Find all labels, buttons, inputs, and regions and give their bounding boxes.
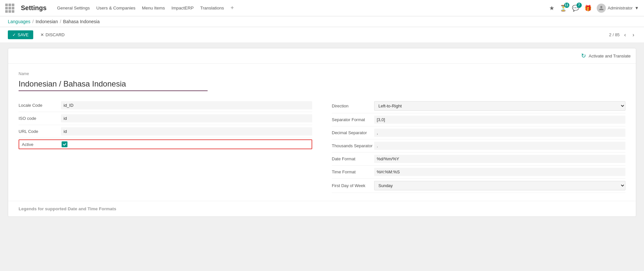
form-grid: Locale Code ISO code URL Code <box>19 99 625 193</box>
user-name: Administrator <box>608 6 633 10</box>
breadcrumb-indonesian: Indonesian <box>36 19 58 24</box>
discard-button[interactable]: ✕ DISCARD <box>36 30 69 39</box>
name-field-group: Name <box>19 72 625 99</box>
decimal-separator-input[interactable] <box>374 129 625 137</box>
time-format-label: Time Format <box>332 169 374 174</box>
add-nav-icon[interactable]: + <box>230 5 234 11</box>
first-day-of-week-row: First Day of Week Sunday Monday Tuesday … <box>332 179 625 193</box>
user-menu[interactable]: Administrator ▼ <box>597 4 639 13</box>
user-avatar <box>597 4 606 13</box>
x-icon: ✕ <box>40 32 44 37</box>
breadcrumb: Languages / Indonesian / Bahasa Indonesi… <box>0 16 644 27</box>
locale-code-input[interactable] <box>61 101 312 109</box>
first-day-of-week-label: First Day of Week <box>332 183 374 188</box>
url-code-input[interactable] <box>61 127 312 136</box>
nav-menu-items[interactable]: Menu Items <box>142 6 165 10</box>
timer-icon-button[interactable]: ⏳ 11 <box>560 5 567 12</box>
locale-code-row: Locale Code <box>19 99 312 112</box>
save-button[interactable]: ✓ SAVE <box>8 30 33 39</box>
nav-users-companies[interactable]: Users & Companies <box>96 6 135 10</box>
pagination-next[interactable]: › <box>631 31 636 39</box>
main-content: ↻ Activate and Translate Name Locale Cod… <box>0 43 644 222</box>
iso-code-row: ISO code <box>19 112 312 125</box>
messages-icon-button[interactable]: 💬 7 <box>572 5 579 12</box>
thousands-separator-row: Thousands Separator <box>332 139 625 152</box>
topnav-right: ★ ⏳ 11 💬 7 🎁 Administrator ▼ <box>549 4 639 13</box>
date-format-input[interactable] <box>374 155 625 163</box>
time-format-input[interactable] <box>374 168 625 176</box>
date-format-row: Date Format <box>332 152 625 166</box>
left-column: Locale Code ISO code URL Code <box>19 99 312 193</box>
separator-format-label: Separator Format <box>332 117 374 122</box>
action-bar: ✓ SAVE ✕ DISCARD 2 / 85 ‹ › <box>0 27 644 43</box>
active-label: Active <box>22 142 62 147</box>
decimal-separator-label: Decimal Separator <box>332 130 374 135</box>
gift-icon-button[interactable]: 🎁 <box>584 5 592 12</box>
breadcrumb-sep1: / <box>32 19 34 24</box>
date-format-label: Date Format <box>332 156 374 161</box>
decimal-separator-row: Decimal Separator <box>332 126 625 139</box>
breadcrumb-languages[interactable]: Languages <box>8 19 30 24</box>
messages-badge: 7 <box>577 3 582 8</box>
url-code-label: URL Code <box>19 129 61 134</box>
active-field-wrapper: Active <box>19 139 312 149</box>
legends-text: Legends for supported Date and Time Form… <box>19 206 116 211</box>
separator-format-input[interactable] <box>374 116 625 124</box>
user-dropdown-icon[interactable]: ▼ <box>635 6 639 10</box>
iso-code-input[interactable] <box>61 114 312 122</box>
active-row: Active <box>19 138 312 151</box>
legends-hint: Legends for supported Date and Time Form… <box>8 201 636 216</box>
name-label: Name <box>19 72 625 76</box>
form-card: ↻ Activate and Translate Name Locale Cod… <box>8 48 636 217</box>
direction-row: Direction Left-to-Right Right-to-Left <box>332 99 625 113</box>
thousands-separator-input[interactable] <box>374 142 625 150</box>
breadcrumb-sep2: / <box>60 19 61 24</box>
right-column: Direction Left-to-Right Right-to-Left Se… <box>332 99 625 193</box>
first-day-of-week-select[interactable]: Sunday Monday Tuesday Wednesday Thursday… <box>374 181 625 190</box>
timer-badge: 11 <box>564 3 569 8</box>
app-grid-icon[interactable] <box>5 4 14 13</box>
activate-translate-button[interactable]: ↻ Activate and Translate <box>581 52 631 59</box>
locale-code-label: Locale Code <box>19 103 61 108</box>
nav-impacterp[interactable]: ImpactERP <box>171 6 194 10</box>
card-toolbar: ↻ Activate and Translate <box>8 48 636 64</box>
nav-links: General Settings Users & Companies Menu … <box>57 5 234 11</box>
app-brand: Settings <box>21 4 47 12</box>
top-navigation: Settings General Settings Users & Compan… <box>0 0 644 16</box>
separator-format-row: Separator Format <box>332 113 625 126</box>
nav-translations[interactable]: Translations <box>200 6 224 10</box>
direction-select[interactable]: Left-to-Right Right-to-Left <box>374 101 625 111</box>
pagination: 2 / 85 ‹ › <box>609 31 636 39</box>
iso-code-label: ISO code <box>19 116 61 121</box>
discard-label: DISCARD <box>46 32 65 37</box>
refresh-icon: ↻ <box>581 52 586 59</box>
form-area: Name Locale Code ISO code <box>8 64 636 201</box>
url-code-row: URL Code <box>19 125 312 138</box>
save-label: SAVE <box>18 32 29 37</box>
bug-icon-button[interactable]: ★ <box>549 5 554 12</box>
direction-label: Direction <box>332 104 374 108</box>
nav-general-settings[interactable]: General Settings <box>57 6 90 10</box>
thousands-separator-label: Thousands Separator <box>332 143 374 148</box>
pagination-prev[interactable]: ‹ <box>622 31 628 39</box>
pagination-text: 2 / 85 <box>609 32 620 37</box>
time-format-row: Time Format <box>332 166 625 179</box>
activate-translate-label: Activate and Translate <box>589 54 631 58</box>
checkmark-icon: ✓ <box>12 32 16 37</box>
active-checkbox[interactable] <box>62 141 67 147</box>
name-input[interactable] <box>19 78 208 91</box>
breadcrumb-bahasa: Bahasa Indonesia <box>63 19 100 24</box>
